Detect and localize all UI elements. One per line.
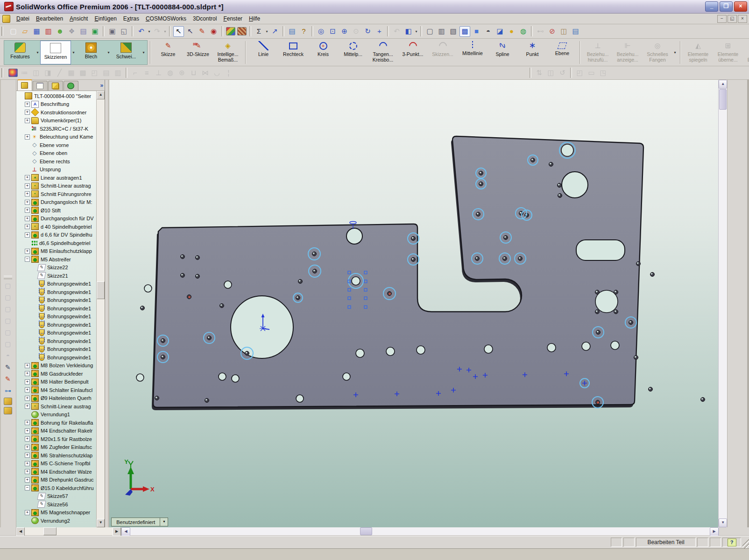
tree-item[interactable]: +M20x1.5 für Rastbolze xyxy=(16,435,96,443)
measure-tool-icon[interactable]: Σ xyxy=(254,26,264,37)
tree-item[interactable]: +✎Skizze21 xyxy=(16,272,96,280)
tree-item[interactable]: +M4 Schlalter Einlaufscl xyxy=(16,386,96,394)
scroll-thumb[interactable] xyxy=(360,527,372,535)
viewport-vertical-scrollbar[interactable]: ▲ ▼ xyxy=(718,80,727,527)
help-icon[interactable]: ? xyxy=(728,539,736,546)
zoom-in-out-icon[interactable]: ⊕ xyxy=(339,26,350,37)
view-cube-4-icon[interactable]: ▢ xyxy=(3,316,13,326)
perpendicular-tool-icon[interactable]: ⊥ xyxy=(153,68,164,78)
panel-chevron-icon[interactable]: » xyxy=(100,82,104,89)
expand-icon[interactable]: + xyxy=(25,363,30,368)
panel-splitter[interactable] xyxy=(105,80,109,527)
expand-icon[interactable]: + xyxy=(25,404,30,409)
undo-dropdown-icon[interactable]: ▾ xyxy=(147,29,151,34)
cm-button-skizzieren[interactable]: Skizzieren xyxy=(40,41,71,64)
menu-3dcontrol[interactable]: 3Dcontrol xyxy=(190,14,220,23)
doc-restore-button[interactable]: ◱ xyxy=(728,15,737,23)
route-line-icon[interactable]: ⊶ xyxy=(3,386,13,396)
tree-item[interactable]: +M4 Endschalter Rakelr xyxy=(16,427,96,435)
tab-cosmosworks[interactable] xyxy=(64,81,78,91)
zoom-to-fit-icon[interactable]: ◎ xyxy=(316,26,326,37)
standard-views-cube-dropdown-icon[interactable]: ▾ xyxy=(414,29,418,34)
tab-propertymanager[interactable] xyxy=(33,81,48,91)
tree-item[interactable]: +✎Skizze56 xyxy=(16,500,96,509)
select-icon[interactable]: ↖ xyxy=(173,26,184,37)
menu-cosmosworks[interactable]: COSMOSWorks xyxy=(142,14,190,23)
menu-ansicht[interactable]: Ansicht xyxy=(66,14,91,23)
sketch-page-icon[interactable]: ✎ xyxy=(3,363,13,372)
bolt-tool-icon[interactable]: ⊛ xyxy=(177,68,187,78)
menu-extras[interactable]: Extras xyxy=(120,14,142,23)
cm-button-schwei-[interactable]: Schwei... xyxy=(111,41,141,64)
rows-box-icon[interactable]: ▤ xyxy=(101,68,112,78)
scroll-right-icon[interactable]: ▶ xyxy=(710,527,719,536)
no-entry-icon[interactable]: ⊘ xyxy=(547,26,558,37)
scroll-up-icon[interactable]: ▲ xyxy=(97,91,105,99)
tree-item[interactable]: +Verrundung2 xyxy=(16,517,96,525)
view-dome-icon[interactable]: ◓ xyxy=(3,351,13,361)
print-preview-icon[interactable]: ◱ xyxy=(119,26,129,37)
bin-tool-icon[interactable]: ⊔ xyxy=(188,68,199,78)
appearance-swatch-icon[interactable] xyxy=(226,27,235,35)
apple-tool-icon[interactable]: ◍ xyxy=(165,68,176,78)
tree-item[interactable]: +Durchgangsloch für DV xyxy=(16,215,96,223)
options-checklist-icon[interactable]: ▤ xyxy=(287,26,297,37)
realview-icon[interactable]: ● xyxy=(506,26,517,37)
cm-button-blech[interactable]: Blech xyxy=(76,41,106,64)
cm-button-spline[interactable]: ∿Spline xyxy=(488,39,517,66)
tree-horizontal-scrollbar[interactable]: ◀ ▶ xyxy=(16,527,121,535)
doc-close-button[interactable]: × xyxy=(738,15,747,23)
expand-icon[interactable]: + xyxy=(25,371,30,376)
expand-icon[interactable]: + xyxy=(25,134,30,140)
tree-item[interactable]: −Ø15.0 Kabeldurchführu xyxy=(16,484,96,492)
zigzag-tool-icon[interactable]: ⋈ xyxy=(200,68,211,78)
tree-item[interactable]: +Verrundung1 xyxy=(16,411,96,419)
shaded-icon[interactable]: ■ xyxy=(471,26,482,37)
tree-item[interactable]: +Bohrungsgewinde1 xyxy=(16,345,96,354)
expand-icon[interactable]: + xyxy=(25,469,30,474)
tree-item[interactable]: +Bohrungsgewinde1 xyxy=(16,313,96,321)
save-as-pdf-icon[interactable]: ▥ xyxy=(43,26,54,37)
expand-icon[interactable]: + xyxy=(25,191,30,196)
cm-button-3d-skizze[interactable]: ✎3D-Skizze xyxy=(183,39,213,66)
expand-icon[interactable]: + xyxy=(25,445,30,450)
design-library-icon[interactable]: ❖ xyxy=(66,26,77,37)
scroll-thumb[interactable] xyxy=(97,281,105,299)
menu-datei[interactable]: Datei xyxy=(13,14,33,23)
scroll-thumb[interactable] xyxy=(43,527,57,535)
wide-box-tool-icon[interactable]: ▭ xyxy=(586,68,597,78)
document-icon[interactable] xyxy=(2,15,10,23)
cm-button-intellige-[interactable]: ◈Intellige...Bemaß... xyxy=(213,39,243,66)
feature-box-1-icon[interactable] xyxy=(4,398,12,405)
resize-grip[interactable] xyxy=(742,536,749,548)
hidden-lines-visible-icon[interactable]: ▥ xyxy=(436,26,447,37)
arc-tool-icon[interactable]: ◡ xyxy=(212,68,222,78)
sketch-entity-pen-icon[interactable]: ✎ xyxy=(197,26,207,37)
expand-icon[interactable]: + xyxy=(25,224,30,229)
cm-button-3-punkt-[interactable]: 3-Punkt... xyxy=(398,39,428,66)
menu-hilfe[interactable]: Hilfe xyxy=(246,14,263,23)
menu-bearbeiten[interactable]: Bearbeiten xyxy=(33,14,66,23)
expand-icon[interactable]: + xyxy=(25,216,30,221)
pile-tool-icon[interactable]: ◫ xyxy=(545,68,556,78)
tree-item[interactable]: +M8 Bolzen Verkleidung xyxy=(16,362,96,370)
tree-item[interactable]: −M5 Abstreifer xyxy=(16,255,96,264)
measure-tool-dropdown-icon[interactable]: ▾ xyxy=(265,29,269,34)
expand-icon[interactable]: + xyxy=(25,428,30,434)
expand-icon[interactable]: + xyxy=(25,183,30,189)
magnifier-color-icon[interactable] xyxy=(8,69,18,77)
door-close-icon[interactable]: ◫ xyxy=(558,26,569,37)
scroll-up-icon[interactable]: ▲ xyxy=(719,80,727,89)
tree-item[interactable]: +✎Skizze22 xyxy=(16,264,96,272)
edit-box-icon[interactable]: ◨ xyxy=(42,68,53,78)
scroll-right-icon[interactable]: ▶ xyxy=(113,527,121,536)
cm-button-blech-dropdown-icon[interactable]: ▾ xyxy=(106,41,111,64)
cm-button-rechteck[interactable]: Rechteck xyxy=(278,39,308,66)
expand-icon[interactable]: + xyxy=(25,461,30,466)
expand-icon[interactable]: + xyxy=(25,477,30,483)
tree-item[interactable]: +Volumenkörper(1) xyxy=(16,117,96,125)
expand-icon[interactable]: + xyxy=(25,200,30,205)
photoworks-render-icon[interactable]: ◍ xyxy=(518,26,529,37)
expand-icon[interactable]: + xyxy=(25,118,30,123)
print-icon[interactable]: ▣ xyxy=(107,26,118,37)
